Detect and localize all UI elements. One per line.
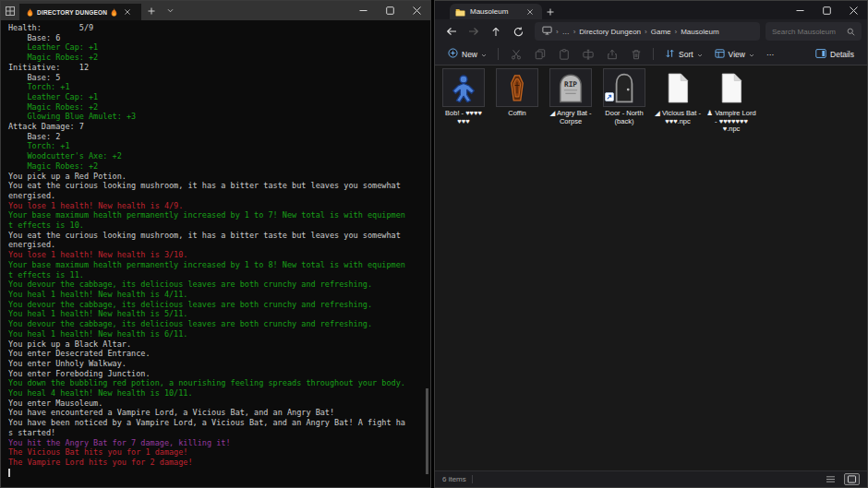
new-button-label: New	[462, 50, 477, 59]
sort-button-label: Sort	[679, 50, 693, 59]
terminal-line: You devour the cabbage, its delicious le…	[8, 280, 430, 290]
terminal-scrollbar[interactable]	[426, 388, 428, 474]
share-icon[interactable]	[600, 46, 623, 63]
back-icon[interactable]	[440, 22, 463, 41]
document-icon	[657, 68, 699, 107]
new-button[interactable]: New	[442, 45, 492, 63]
file-label: ♥♥♥.npc	[665, 118, 691, 126]
more-options-button[interactable]: ···	[761, 47, 780, 62]
explorer-title-bar: Mausoleum	[435, 1, 867, 19]
view-button-label: View	[729, 50, 745, 59]
tab-dropdown-icon[interactable]	[162, 1, 178, 20]
terminal-tab-bar: DIRECTORY DUNGEON	[1, 1, 430, 20]
breadcrumb-item-game[interactable]: Game	[651, 28, 671, 36]
search-box	[766, 22, 862, 41]
breadcrumb-separator: ›	[573, 28, 576, 36]
delete-icon[interactable]	[624, 46, 647, 63]
coffin-icon	[496, 68, 538, 107]
explorer-nav-bar: › … › Directory Dungeon › Game › Mausole…	[435, 19, 867, 43]
file-item[interactable]: RIP◢ Angry Bat -Corpse	[544, 68, 597, 125]
close-button[interactable]	[404, 1, 430, 20]
flame-icon	[111, 4, 117, 20]
paste-icon[interactable]	[552, 46, 575, 63]
terminal-line: You heal 4 health! New health is 10/11.	[8, 388, 430, 399]
shortcut-badge-icon	[605, 89, 614, 105]
terminal-caption-buttons	[350, 1, 430, 20]
details-view-toggle-icon[interactable]	[823, 473, 838, 485]
explorer-tab-mausoleum[interactable]: Mausoleum	[450, 4, 542, 19]
file-label: ♥♥♥	[457, 118, 469, 126]
terminal-line: Magic Robes: +2	[8, 161, 430, 172]
terminal-line: Torch: +1	[8, 141, 430, 151]
terminal-line: Attack Damage: 7	[8, 122, 430, 132]
file-grid: Bob! - ♥♥♥♥♥♥♥CoffinRIP◢ Angry Bat -Corp…	[437, 68, 865, 134]
close-button[interactable]	[840, 1, 867, 19]
breadcrumb-item-directory-dungeon[interactable]: Directory Dungeon	[579, 28, 641, 36]
terminal-line: Magic Robes: +2	[8, 53, 430, 63]
this-pc-icon[interactable]	[542, 26, 552, 37]
rename-icon[interactable]	[576, 46, 599, 63]
terminal-line: You lose 1 health! New health is 4/9.	[8, 201, 430, 211]
new-plus-icon	[448, 48, 458, 60]
terminal-line: Leather Cap: +1	[8, 92, 430, 102]
terminal-line: You have encountered a Vampire Lord, a V…	[8, 408, 430, 418]
terminal-line: energised.	[8, 191, 430, 201]
file-item[interactable]: ♟ Vampire Lord- ♥♥♥♥♥♥♥♥.npc	[705, 68, 758, 134]
terminal-line: Magic Robes: +2	[8, 102, 430, 113]
file-item[interactable]: Bob! - ♥♥♥♥♥♥♥	[437, 68, 490, 125]
terminal-line: You enter Unholy Walkway.	[8, 359, 430, 369]
terminal-cursor	[8, 469, 10, 477]
terminal-line: You enter Mausoleum.	[8, 399, 430, 409]
terminal-line: Base: 2	[8, 132, 430, 142]
terminal-line: Initiative: 12	[8, 63, 430, 73]
forward-icon[interactable]	[463, 22, 485, 41]
terminal-line: t effects is 11.	[8, 270, 430, 280]
maximize-button[interactable]	[377, 1, 404, 20]
refresh-icon[interactable]	[507, 22, 529, 41]
new-tab-button[interactable]	[542, 4, 559, 19]
terminal-line: The Vampire Lord hits you for 2 damage!	[8, 458, 430, 468]
sort-button[interactable]: Sort	[659, 46, 708, 63]
terminal-output[interactable]: Health: 5/9 Base: 6 Leather Cap: +1 Magi…	[1, 20, 430, 477]
new-tab-button[interactable]	[141, 1, 162, 20]
file-item[interactable]: Door - North(back)	[597, 68, 651, 125]
minimize-button[interactable]	[787, 1, 814, 19]
terminal-tab-directory-dungeon[interactable]: DIRECTORY DUNGEON	[19, 4, 141, 20]
tab-close-icon[interactable]	[121, 4, 134, 20]
tab-close-icon[interactable]	[524, 4, 536, 20]
terminal-line: You have been noticed by a Vampire Lord,…	[8, 418, 430, 428]
details-pane-icon	[815, 49, 826, 60]
breadcrumb-item-ellipsis[interactable]: …	[562, 28, 570, 36]
search-input[interactable]	[772, 28, 843, 36]
tombstone-icon: RIP	[549, 68, 592, 107]
terminal-tab-title: DIRECTORY DUNGEON	[37, 9, 107, 16]
maximize-button[interactable]	[814, 1, 840, 19]
copy-icon[interactable]	[528, 46, 551, 63]
up-icon[interactable]	[485, 22, 507, 41]
terminal-line: You devour the cabbage, its delicious le…	[8, 300, 430, 310]
terminal-window: DIRECTORY DUNGEON Health: 5/9 Base: 6 Le…	[0, 0, 431, 488]
file-item[interactable]: ◢ Vicious Bat -♥♥♥.npc	[651, 68, 705, 125]
terminal-line: Base: 6	[8, 33, 430, 43]
person-icon	[442, 68, 485, 107]
terminal-cursor-line	[8, 468, 430, 478]
terminal-line: You heal 1 health! New health is 5/11.	[8, 309, 430, 319]
large-icons-view-toggle-icon[interactable]	[844, 473, 860, 485]
document-icon	[710, 68, 753, 107]
view-button[interactable]: View	[709, 46, 760, 63]
file-label: Corpse	[560, 118, 582, 126]
breadcrumb-item-mausoleum[interactable]: Mausoleum	[681, 28, 718, 36]
chevron-down-icon	[697, 50, 703, 59]
folder-icon	[455, 4, 465, 20]
flame-icon	[27, 4, 33, 20]
cut-icon[interactable]	[504, 46, 527, 63]
file-item[interactable]: Coffin	[490, 68, 544, 118]
minimize-button[interactable]	[350, 1, 377, 20]
door-icon	[603, 68, 645, 107]
toolbar-divider	[653, 48, 654, 60]
search-icon[interactable]	[847, 23, 855, 40]
terminal-line: You lose 1 health! New health is 3/10.	[8, 250, 430, 260]
details-button[interactable]: Details	[810, 46, 860, 63]
explorer-content: Bob! - ♥♥♥♥♥♥♥CoffinRIP◢ Angry Bat -Corp…	[435, 65, 867, 470]
terminal-line: Glowing Blue Amulet: +3	[8, 112, 430, 122]
